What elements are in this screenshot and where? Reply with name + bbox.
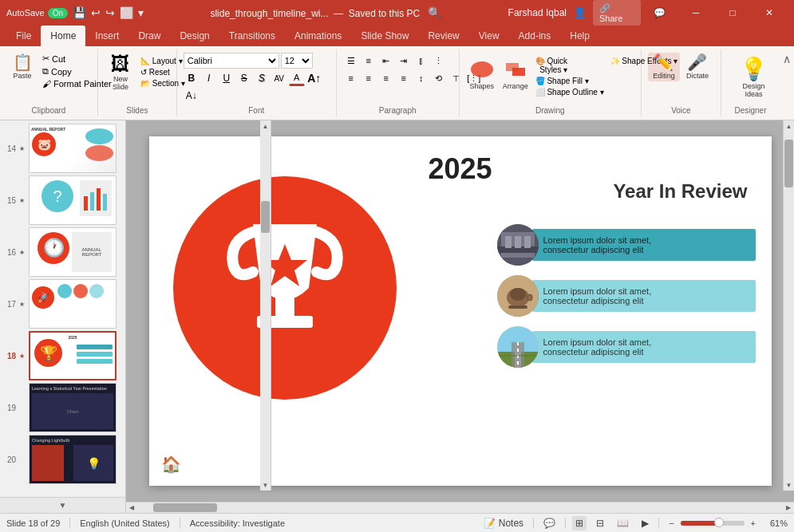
- slide-thumb-16[interactable]: 16 ★ 🕐 ANNUALREPORT: [3, 227, 122, 277]
- slide-thumb-20[interactable]: 20 Changing Lightbulb 💡: [3, 435, 122, 484]
- zoom-handle[interactable]: [714, 518, 724, 527]
- font-size-select[interactable]: 12: [281, 53, 313, 69]
- slides-panel: 14 ★ ANNUAL REPORT 🐷 15 ★: [0, 120, 126, 513]
- scroll-up-arrow[interactable]: ▲: [784, 120, 794, 132]
- zoom-slider[interactable]: [681, 521, 745, 526]
- close-button[interactable]: ✕: [751, 0, 788, 26]
- reading-view-button[interactable]: 📖: [614, 516, 632, 530]
- tab-transitions[interactable]: Transitions: [219, 26, 285, 46]
- search-icon[interactable]: 🔍: [428, 6, 441, 19]
- slide-sorter-button[interactable]: ⊟: [593, 516, 607, 530]
- indent-increase-button[interactable]: ⇥: [396, 53, 412, 69]
- new-slide-button[interactable]: 🖼 NewSlide: [105, 53, 136, 93]
- drawing-label: Drawing: [460, 106, 641, 115]
- numbering-button[interactable]: ≡: [361, 53, 377, 69]
- designer-group-content: 💡 Design Ideas: [728, 49, 773, 114]
- slide-thumb-17[interactable]: 17 ★ 🚀: [3, 279, 122, 329]
- smart-art-button[interactable]: ⋮: [431, 53, 447, 69]
- indent-decrease-button[interactable]: ⇤: [378, 53, 394, 69]
- scroll-left-arrow[interactable]: ◀: [126, 502, 137, 514]
- scroll-thumb-bottom: [153, 503, 217, 512]
- slideshow-view-button[interactable]: ▶: [638, 516, 652, 530]
- bold-button[interactable]: B: [184, 70, 199, 86]
- present-icon[interactable]: ⬜: [120, 6, 133, 19]
- char-spacing-button[interactable]: AV: [271, 70, 287, 86]
- comments-view-button[interactable]: 💬: [540, 516, 559, 530]
- left-scroll: ▲ ▼: [260, 120, 271, 491]
- design-ideas-button[interactable]: 💡 Design Ideas: [734, 53, 773, 101]
- tab-animations[interactable]: Animations: [285, 26, 351, 46]
- accessibility-info[interactable]: Accessibility: Investigate: [190, 518, 285, 528]
- font-name-select[interactable]: Calibri: [184, 53, 279, 69]
- tab-slideshow[interactable]: Slide Show: [351, 26, 418, 46]
- tab-help[interactable]: Help: [560, 26, 599, 46]
- align-right-button[interactable]: ≡: [378, 70, 394, 86]
- font-size-decrease-button[interactable]: A↓: [184, 88, 199, 104]
- dictate-button[interactable]: 🎤 Dictate: [681, 53, 713, 81]
- justify-button[interactable]: ≡: [396, 70, 412, 86]
- shape-fill-button[interactable]: 🪣 Shape Fill ▾: [533, 76, 606, 86]
- trophy-svg: [197, 200, 373, 376]
- slide-thumb-14[interactable]: 14 ★ ANNUAL REPORT 🐷: [3, 124, 122, 173]
- paste-button[interactable]: 📋 Paste: [6, 53, 38, 81]
- shape-outline-button[interactable]: ⬜ Shape Outline ▾: [533, 87, 606, 97]
- shapes-button[interactable]: Shapes: [466, 53, 498, 94]
- scroll-down-button[interactable]: ▼: [260, 479, 271, 491]
- zoom-plus-button[interactable]: +: [748, 518, 759, 528]
- normal-view-button[interactable]: ⊞: [572, 516, 587, 530]
- scroll-up-button[interactable]: ▲: [260, 120, 271, 132]
- font-color-button[interactable]: A: [289, 70, 305, 86]
- slide-thumb-18[interactable]: 18 ★ 2025 🏆: [3, 331, 122, 380]
- zoom-level[interactable]: 61%: [762, 518, 788, 528]
- editing-button[interactable]: ✏️ Editing: [648, 53, 680, 81]
- tab-design[interactable]: Design: [170, 26, 219, 46]
- arrange-button[interactable]: Arrange: [500, 53, 531, 94]
- slide-star-14: ★: [19, 145, 26, 152]
- redo-icon[interactable]: ↪: [105, 6, 115, 19]
- italic-button[interactable]: I: [201, 70, 217, 86]
- ribbon-content: 📋 Paste ✂ Cut ⧉ Copy 🖌 Format Painter Cl…: [0, 46, 794, 120]
- minimize-button[interactable]: ─: [677, 0, 714, 26]
- scroll-thumb-right: [784, 140, 793, 187]
- home-icon[interactable]: 🏠: [161, 455, 181, 474]
- slides-scroll[interactable]: 14 ★ ANNUAL REPORT 🐷 15 ★: [0, 120, 125, 497]
- zoom-minus-button[interactable]: −: [666, 518, 677, 528]
- user-avatar[interactable]: 👤: [573, 6, 587, 19]
- slide-canvas-area: ▲ ▼ 2025: [126, 120, 794, 502]
- share-button[interactable]: 🔗 Share: [593, 0, 641, 26]
- scroll-right-arrow[interactable]: ▶: [783, 502, 794, 514]
- comments-button[interactable]: 💬: [641, 0, 677, 26]
- svg-rect-7: [275, 288, 294, 316]
- panel-scroll-down[interactable]: ▼: [0, 497, 125, 513]
- customize-icon[interactable]: ▾: [138, 6, 144, 19]
- strikethrough-button[interactable]: S: [236, 70, 252, 86]
- shadow-button[interactable]: S: [254, 70, 270, 86]
- slide-thumb-15[interactable]: 15 ★ ?: [3, 175, 122, 225]
- paste-icon: 📋: [13, 54, 33, 70]
- tab-draw[interactable]: Draw: [128, 26, 170, 46]
- text-direction-button[interactable]: ⟲: [431, 70, 447, 86]
- review-text-1: Lorem ipsum dolor sit amet, consectetur …: [532, 229, 756, 261]
- tab-insert[interactable]: Insert: [85, 26, 128, 46]
- bullets-button[interactable]: ☰: [343, 53, 359, 69]
- slide-thumb-19[interactable]: 19 Learning a Statistical Year Presentat…: [3, 383, 122, 432]
- quick-styles-button[interactable]: 🎨 Quick Styles ▾: [533, 56, 606, 75]
- line-spacing-button[interactable]: ↕: [413, 70, 429, 86]
- notes-button[interactable]: 📝 Notes: [480, 516, 527, 530]
- tab-addins[interactable]: Add-ins: [509, 26, 561, 46]
- tab-review[interactable]: Review: [418, 26, 468, 46]
- save-icon[interactable]: 💾: [73, 6, 86, 19]
- tab-view[interactable]: View: [469, 26, 509, 46]
- align-center-button[interactable]: ≡: [361, 70, 377, 86]
- maximize-button[interactable]: □: [714, 0, 751, 26]
- ribbon-collapse-button[interactable]: ∧: [780, 49, 794, 116]
- autosave-toggle[interactable]: On: [48, 8, 68, 18]
- tab-home[interactable]: Home: [41, 26, 85, 46]
- tab-file[interactable]: File: [6, 26, 41, 46]
- underline-button[interactable]: U: [219, 70, 235, 86]
- scroll-down-arrow[interactable]: ▼: [784, 479, 794, 491]
- align-left-button[interactable]: ≡: [343, 70, 359, 86]
- font-size-increase-button[interactable]: A↑: [306, 70, 322, 86]
- columns-button[interactable]: ⫿: [413, 53, 429, 69]
- undo-icon[interactable]: ↩: [91, 6, 101, 19]
